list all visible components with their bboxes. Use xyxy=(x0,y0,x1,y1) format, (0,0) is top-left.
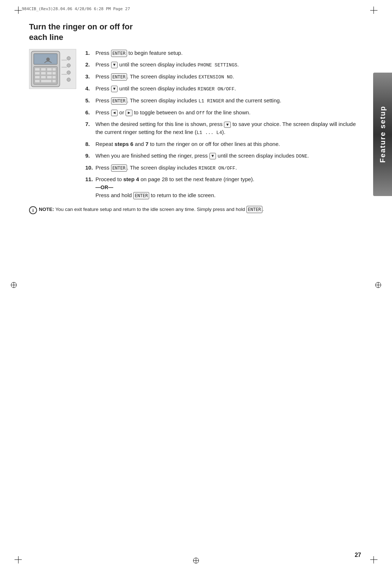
bold-text: step 4 xyxy=(123,176,139,182)
step-number: 9. xyxy=(85,152,95,160)
crop-mark-tr-h xyxy=(370,10,377,11)
step-text: Press ENTER. The screen display includes… xyxy=(95,164,363,172)
mono-text: Off xyxy=(196,110,205,116)
svg-rect-14 xyxy=(52,76,56,79)
page-header: 984CIB_(Rev3)28.04.06 4/28/06 6:28 PM Pa… xyxy=(22,7,130,11)
svg-rect-1 xyxy=(34,54,57,64)
step-item: 7.When the desired setting for this line… xyxy=(85,120,363,137)
step-item: 10.Press ENTER. The screen display inclu… xyxy=(85,164,363,172)
step-text: Press ENTER to begin feature setup. xyxy=(95,49,363,57)
step-item: 3.Press ENTER. The screen display includ… xyxy=(85,73,363,81)
step-item: 5.Press ENTER. The screen display includ… xyxy=(85,97,363,105)
step-text: Press ▼ until the screen display include… xyxy=(95,85,363,93)
mono-text: L1 RINGER xyxy=(199,98,224,104)
svg-point-18 xyxy=(67,57,70,60)
step-text: Proceed to step 4 on page 28 to set the … xyxy=(95,175,363,199)
note-label: NOTE: xyxy=(39,207,54,212)
svg-rect-3 xyxy=(35,68,40,71)
mono-text: RINGER ON/OFF xyxy=(198,86,234,92)
step-number: 2. xyxy=(85,61,95,69)
mono-text: PHONE SETTINGS xyxy=(198,62,237,68)
step-item: 8.Repeat steps 6 and 7 to turn the ringe… xyxy=(85,140,363,148)
step-number: 4. xyxy=(85,85,95,93)
step-item: 9.When you are finished setting the ring… xyxy=(85,152,363,160)
step-item: 2.Press ▼ until the screen display inclu… xyxy=(85,61,363,69)
key-button: ENTER xyxy=(111,73,127,81)
key-button: ENTER xyxy=(111,164,127,172)
nav-arrow: ▼ xyxy=(209,153,216,159)
phone-image xyxy=(29,49,76,89)
note-key: ENTER xyxy=(246,206,262,213)
svg-rect-10 xyxy=(52,72,56,75)
page-title: Turn the ringer on or off for each line xyxy=(29,22,363,42)
bold-text: steps 6 xyxy=(115,141,134,147)
registration-mark-right xyxy=(375,282,381,288)
step-text: Press ▼ until the screen display include… xyxy=(95,61,363,69)
step-number: 11. xyxy=(85,175,95,199)
mono-text: L1 ... L4 xyxy=(196,130,222,135)
svg-rect-15 xyxy=(35,80,40,82)
step-text: Repeat steps 6 and 7 to turn the ringer … xyxy=(95,140,363,148)
svg-rect-8 xyxy=(41,72,46,75)
svg-rect-16 xyxy=(41,80,52,82)
crop-mark-bl-v xyxy=(18,556,19,563)
nav-arrow: ► xyxy=(126,110,132,116)
svg-rect-7 xyxy=(35,72,40,75)
registration-mark-left xyxy=(11,282,17,288)
step-number: 1. xyxy=(85,49,95,57)
step-number: 7. xyxy=(85,120,95,137)
crop-mark-br-h xyxy=(370,559,377,560)
step-number: 3. xyxy=(85,73,95,81)
step-text: Press ENTER. The screen display includes… xyxy=(95,97,363,105)
key-button: ENTER xyxy=(111,97,127,105)
or-divider: —OR— xyxy=(95,184,113,190)
note-body: You can exit feature setup and return to… xyxy=(54,207,264,212)
mono-text: On xyxy=(179,110,184,116)
crop-mark-tl-v xyxy=(18,7,19,14)
svg-rect-12 xyxy=(41,76,46,79)
sidebar-tab: Feature setup xyxy=(373,73,392,196)
step-number: 6. xyxy=(85,109,95,117)
mono-text: RINGER ON/OFF xyxy=(199,166,235,171)
phone-illustration xyxy=(29,49,76,89)
step-text: When you are finished setting the ringer… xyxy=(95,152,363,160)
svg-rect-4 xyxy=(41,68,46,71)
crop-mark-br-v xyxy=(373,556,374,563)
crop-mark-tr-v xyxy=(373,7,374,14)
svg-rect-9 xyxy=(47,72,52,75)
page-number: 27 xyxy=(355,552,361,558)
title-line1: Turn the ringer on or off for xyxy=(29,22,133,31)
nav-arrow: ▼ xyxy=(224,122,231,128)
step-item: 6.Press ◄ or ► to toggle between On and … xyxy=(85,109,363,117)
note-section: i NOTE: You can exit feature setup and r… xyxy=(29,206,363,214)
svg-rect-5 xyxy=(47,68,52,71)
svg-rect-6 xyxy=(52,68,56,71)
nav-arrow: ▼ xyxy=(111,62,118,68)
svg-point-19 xyxy=(67,64,70,67)
svg-rect-13 xyxy=(47,76,52,79)
title-line2: each line xyxy=(29,33,63,42)
svg-rect-11 xyxy=(35,76,40,79)
step-number: 5. xyxy=(85,97,95,105)
nav-arrow: ◄ xyxy=(111,110,118,116)
mono-text: EXTENSION NO xyxy=(199,74,233,80)
step-item: 4.Press ▼ until the screen display inclu… xyxy=(85,85,363,93)
note-text: NOTE: You can exit feature setup and ret… xyxy=(39,206,264,213)
step-text: When the desired setting for this line i… xyxy=(95,120,363,137)
step-text: Press ◄ or ► to toggle between On and Of… xyxy=(95,109,363,117)
mono-text: DONE xyxy=(296,154,307,159)
note-icon: i xyxy=(29,206,37,214)
step-item: 1.Press ENTER to begin feature setup. xyxy=(85,49,363,57)
main-content: Turn the ringer on or off for each line xyxy=(29,22,363,548)
key-button: ENTER xyxy=(133,192,149,199)
bold-text: 7 xyxy=(146,141,148,147)
step-number: 10. xyxy=(85,164,95,172)
step-item: 11.Proceed to step 4 on page 28 to set t… xyxy=(85,175,363,199)
steps-list: 1.Press ENTER to begin feature setup.2.P… xyxy=(85,49,363,199)
svg-point-21 xyxy=(67,78,70,82)
key-button: ENTER xyxy=(111,50,127,57)
step-number: 8. xyxy=(85,140,95,148)
step-text: Press ENTER. The screen display includes… xyxy=(95,73,363,81)
svg-rect-17 xyxy=(52,80,56,82)
nav-arrow: ▼ xyxy=(111,86,118,92)
